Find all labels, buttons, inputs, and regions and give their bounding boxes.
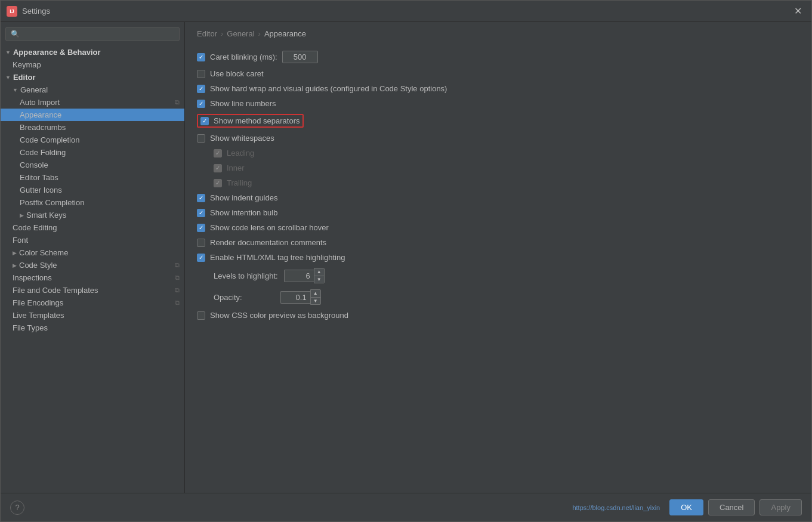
sidebar-item-editor-tabs[interactable]: Editor Tabs bbox=[1, 171, 184, 184]
expand-icon bbox=[13, 87, 18, 93]
checkbox-show-indent-guides[interactable] bbox=[197, 194, 205, 202]
sidebar-item-file-encodings[interactable]: File Encodings ⧉ bbox=[1, 296, 184, 309]
copy-icon: ⧉ bbox=[175, 274, 180, 282]
label-show-line-numbers: Show line numbers bbox=[210, 99, 276, 108]
footer: ? https://blog.csdn.net/lian_yixin OK Ca… bbox=[1, 493, 811, 521]
help-button[interactable]: ? bbox=[10, 501, 24, 515]
window-title: Settings bbox=[22, 7, 791, 16]
setting-show-code-lens: Show code lens on scrollbar hover bbox=[197, 220, 799, 235]
spinner-down-levels[interactable]: ▼ bbox=[314, 276, 324, 283]
sidebar-item-appearance[interactable]: Appearance bbox=[1, 109, 184, 121]
sidebar-item-code-style[interactable]: Code Style ⧉ bbox=[1, 259, 184, 271]
setting-opacity: Opacity: ▲ ▼ bbox=[197, 286, 799, 308]
spinner-opacity: ▲ ▼ bbox=[280, 289, 321, 305]
sidebar-item-code-editing[interactable]: Code Editing bbox=[1, 221, 184, 234]
sidebar-item-gutter-icons[interactable]: Gutter Icons bbox=[1, 184, 184, 196]
input-caret-blinking[interactable] bbox=[282, 51, 318, 63]
spinner-levels: ▲ ▼ bbox=[284, 268, 325, 283]
checkbox-show-line-numbers[interactable] bbox=[197, 100, 205, 108]
sidebar-item-keymap[interactable]: Keymap bbox=[1, 58, 184, 71]
label-leading: Leading bbox=[227, 149, 254, 157]
content-area: 🔍 Appearance & Behavior Keymap Editor bbox=[1, 22, 811, 493]
sidebar-item-inspections[interactable]: Inspections ⧉ bbox=[1, 271, 184, 284]
expand-icon bbox=[13, 250, 17, 256]
checkbox-caret-blinking[interactable] bbox=[197, 53, 205, 61]
label-trailing: Trailing bbox=[227, 178, 252, 187]
sidebar-item-live-templates[interactable]: Live Templates bbox=[1, 309, 184, 322]
sidebar-item-color-scheme[interactable]: Color Scheme bbox=[1, 246, 184, 259]
sidebar-item-general[interactable]: General bbox=[1, 84, 184, 96]
copy-icon: ⧉ bbox=[175, 261, 180, 269]
label-show-code-lens: Show code lens on scrollbar hover bbox=[210, 223, 329, 232]
breadcrumb-sep2: › bbox=[258, 29, 261, 38]
copy-icon: ⧉ bbox=[175, 98, 180, 106]
app-icon: IJ bbox=[7, 6, 17, 17]
checkbox-show-method-separators[interactable] bbox=[200, 117, 209, 125]
setting-leading: Leading bbox=[197, 146, 799, 160]
ok-button[interactable]: OK bbox=[669, 499, 703, 515]
checkbox-enable-html-xml[interactable] bbox=[197, 254, 205, 262]
label-use-block-caret: Use block caret bbox=[210, 69, 264, 78]
sidebar-item-console[interactable]: Console bbox=[1, 159, 184, 171]
sidebar-item-postfix-completion[interactable]: Postfix Completion bbox=[1, 196, 184, 209]
spinner-buttons-levels: ▲ ▼ bbox=[314, 268, 325, 283]
setting-show-line-numbers: Show line numbers bbox=[197, 96, 799, 111]
label-show-method-separators: Show method separators bbox=[214, 116, 300, 125]
search-input[interactable] bbox=[23, 30, 174, 38]
label-show-intention-bulb: Show intention bulb bbox=[210, 208, 277, 217]
label-show-indent-guides: Show indent guides bbox=[210, 193, 277, 202]
setting-show-css-color: Show CSS color preview as background bbox=[197, 308, 799, 323]
label-caret-blinking: Caret blinking (ms): bbox=[210, 52, 277, 61]
highlighted-method-separators: Show method separators bbox=[197, 114, 304, 128]
spinner-up-opacity[interactable]: ▲ bbox=[311, 290, 320, 297]
main-panel: Editor › General › Appearance Caret blin… bbox=[185, 22, 811, 493]
sidebar-item-auto-import[interactable]: Auto Import ⧉ bbox=[1, 96, 184, 109]
sidebar-item-breadcrumbs[interactable]: Breadcrumbs bbox=[1, 121, 184, 134]
setting-levels-highlight: Levels to highlight: ▲ ▼ bbox=[197, 265, 799, 286]
copy-icon: ⧉ bbox=[175, 299, 180, 307]
checkbox-show-hard-wrap[interactable] bbox=[197, 85, 205, 93]
checkbox-show-code-lens[interactable] bbox=[197, 224, 205, 232]
setting-inner: Inner bbox=[197, 160, 799, 175]
checkbox-leading[interactable] bbox=[214, 149, 222, 157]
sidebar-item-font[interactable]: Font bbox=[1, 234, 184, 246]
input-levels[interactable] bbox=[284, 270, 314, 282]
sidebar-item-file-types[interactable]: File Types bbox=[1, 322, 184, 334]
label-show-whitespaces: Show whitespaces bbox=[210, 134, 274, 143]
setting-show-intention-bulb: Show intention bulb bbox=[197, 205, 799, 220]
checkbox-trailing[interactable] bbox=[214, 179, 222, 187]
breadcrumb-editor: Editor bbox=[197, 29, 217, 38]
apply-button[interactable]: Apply bbox=[759, 499, 802, 515]
settings-window: IJ Settings ✕ 🔍 Appearance & Behavior Ke… bbox=[0, 0, 812, 522]
setting-render-documentation: Render documentation comments bbox=[197, 235, 799, 250]
cancel-button[interactable]: Cancel bbox=[708, 499, 755, 515]
checkbox-show-css-color[interactable] bbox=[197, 311, 205, 320]
spinner-down-opacity[interactable]: ▼ bbox=[311, 297, 320, 305]
label-inner: Inner bbox=[227, 163, 245, 172]
setting-use-block-caret: Use block caret bbox=[197, 66, 799, 81]
setting-show-hard-wrap: Show hard wrap and visual guides (config… bbox=[197, 81, 799, 96]
expand-icon bbox=[13, 262, 17, 268]
setting-show-indent-guides: Show indent guides bbox=[197, 190, 799, 205]
close-button[interactable]: ✕ bbox=[791, 4, 805, 18]
sidebar-tree: Appearance & Behavior Keymap Editor Gene… bbox=[1, 44, 184, 493]
sidebar-item-editor[interactable]: Editor bbox=[1, 71, 184, 84]
checkbox-show-intention-bulb[interactable] bbox=[197, 209, 205, 217]
setting-show-method-separators: Show method separators bbox=[197, 111, 799, 131]
checkbox-use-block-caret[interactable] bbox=[197, 70, 205, 78]
sidebar-item-smart-keys[interactable]: Smart Keys bbox=[1, 209, 184, 221]
sidebar-item-appearance-behavior[interactable]: Appearance & Behavior bbox=[1, 46, 184, 58]
label-show-hard-wrap: Show hard wrap and visual guides (config… bbox=[210, 84, 447, 93]
checkbox-render-documentation[interactable] bbox=[197, 239, 205, 247]
spinner-buttons-opacity: ▲ ▼ bbox=[310, 289, 321, 305]
label-render-documentation: Render documentation comments bbox=[210, 238, 326, 247]
search-box[interactable]: 🔍 bbox=[5, 27, 180, 41]
checkbox-inner[interactable] bbox=[214, 164, 222, 172]
sidebar-item-file-and-code-templates[interactable]: File and Code Templates ⧉ bbox=[1, 284, 184, 296]
sidebar-item-code-folding[interactable]: Code Folding bbox=[1, 146, 184, 159]
settings-content: Caret blinking (ms): Use block caret Sho… bbox=[185, 43, 811, 493]
checkbox-show-whitespaces[interactable] bbox=[197, 134, 205, 143]
sidebar-item-code-completion[interactable]: Code Completion bbox=[1, 134, 184, 146]
spinner-up-levels[interactable]: ▲ bbox=[314, 268, 324, 276]
input-opacity[interactable] bbox=[280, 291, 310, 304]
